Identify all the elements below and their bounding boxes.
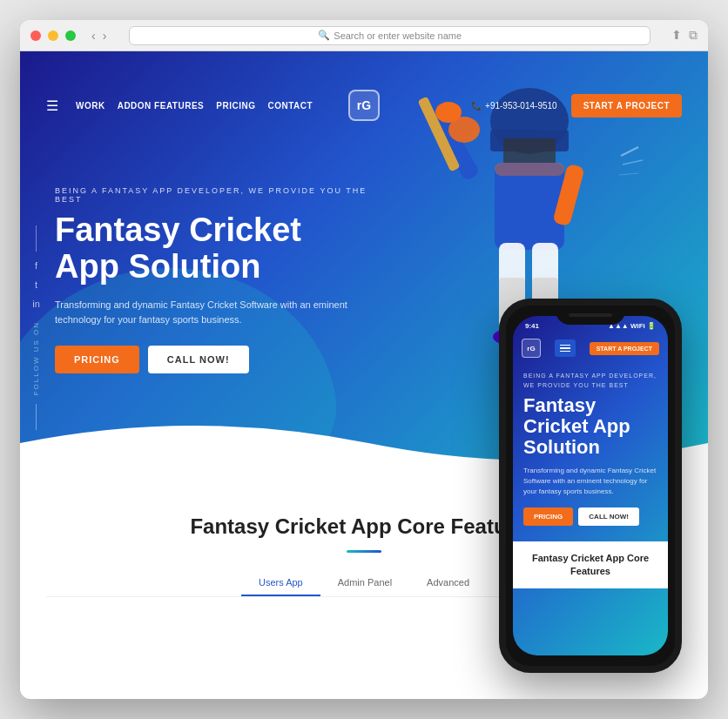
hero-subtitle: Transforming and dynamic Fantasy Cricket… xyxy=(55,298,368,328)
phone-bottom-section: Fantasy Cricket App Core Features xyxy=(513,541,668,589)
nav-pricing[interactable]: PRICING xyxy=(216,101,255,111)
phone-features-title: Fantasy Cricket App Core Features xyxy=(522,552,659,579)
hero-content: BEING A FANTASY APP DEVELOPER, WE PROVID… xyxy=(55,186,368,373)
phone-mockup: 9:41 ▲▲▲ WiFi 🔋 rG START A PROJECT BEING… xyxy=(499,299,682,673)
phone-call-button[interactable]: CALL NOW! xyxy=(578,507,639,526)
duplicate-icon[interactable]: ⧉ xyxy=(689,28,698,43)
social-sidebar: f t in FOLLOW US ON xyxy=(32,225,40,430)
svg-rect-15 xyxy=(495,163,564,176)
back-button[interactable]: ‹ xyxy=(90,29,98,43)
tab-users-app[interactable]: Users App xyxy=(241,570,320,596)
twitter-icon[interactable]: t xyxy=(35,279,37,290)
linkedin-icon[interactable]: in xyxy=(32,299,40,309)
phone-tagline: BEING A FANTASY APP DEVELOPER, WE PROVID… xyxy=(523,372,657,390)
phone-number: 📞 +91-953-014-9510 xyxy=(471,101,557,111)
social-line-top xyxy=(36,225,37,252)
tab-advanced[interactable]: Advanced xyxy=(409,570,487,596)
share-icon[interactable]: ⬆ xyxy=(671,28,682,43)
phone-icon: 📞 xyxy=(471,101,482,111)
search-icon: 🔍 xyxy=(318,30,330,41)
phone-notch xyxy=(556,306,625,325)
tab-admin-panel[interactable]: Admin Panel xyxy=(320,570,409,596)
call-now-button[interactable]: CALL NOW! xyxy=(148,346,249,373)
address-text: Search or enter website name xyxy=(334,30,462,41)
phone-nav-bar: rG START A PROJECT xyxy=(513,335,668,361)
forward-button[interactable]: › xyxy=(101,29,109,43)
hero-title: Fantasy Cricket App Solution xyxy=(55,212,368,286)
mac-browser-window: ‹ › 🔍 Search or enter website name ⬆ ⧉ ☰… xyxy=(20,20,708,699)
site-logo[interactable]: rG xyxy=(348,90,380,121)
dot-green[interactable] xyxy=(65,30,76,41)
phone-pricing-button[interactable]: PRICING xyxy=(523,507,573,526)
phone-screen: 9:41 ▲▲▲ WiFi 🔋 rG START A PROJECT BEING… xyxy=(513,316,668,655)
svg-rect-2 xyxy=(503,138,556,165)
phone-title: Fantasy Cricket App Solution xyxy=(523,395,657,459)
phone-time: 9:41 xyxy=(525,322,539,330)
phone-buttons: PRICING CALL NOW! xyxy=(523,507,657,526)
phone-start-button[interactable]: START A PROJECT xyxy=(590,342,659,355)
hero-tagline: BEING A FANTASY APP DEVELOPER, WE PROVID… xyxy=(55,186,368,204)
address-bar[interactable]: 🔍 Search or enter website name xyxy=(129,26,650,45)
site-navigation: ☰ WORK ADDON FEATURES PRICING CONTACT rG… xyxy=(20,83,708,128)
phone-device: 9:41 ▲▲▲ WiFi 🔋 rG START A PROJECT BEING… xyxy=(499,299,682,673)
start-project-button[interactable]: START A PROJECT xyxy=(571,94,682,118)
svg-line-16 xyxy=(621,147,638,156)
dot-red[interactable] xyxy=(30,30,41,41)
features-underline xyxy=(347,550,381,553)
dot-yellow[interactable] xyxy=(48,30,58,41)
phone-subtitle: Transforming and dynamic Fantasy Cricket… xyxy=(523,466,657,497)
svg-line-18 xyxy=(619,173,638,175)
nav-contact[interactable]: CONTACT xyxy=(267,101,313,111)
phone-logo: rG xyxy=(522,339,541,358)
nav-addon[interactable]: ADDON FEATURES xyxy=(118,101,205,111)
title-bar: ‹ › 🔍 Search or enter website name ⬆ ⧉ xyxy=(20,20,708,51)
pricing-button[interactable]: PRICING xyxy=(55,346,139,373)
svg-line-17 xyxy=(623,160,643,165)
hero-buttons: PRICING CALL NOW! xyxy=(55,346,368,373)
nav-links: WORK ADDON FEATURES PRICING CONTACT xyxy=(76,101,313,111)
nav-center: rG xyxy=(348,90,380,121)
nav-left: ☰ WORK ADDON FEATURES PRICING CONTACT xyxy=(46,97,313,114)
nav-right: 📞 +91-953-014-9510 START A PROJECT xyxy=(471,94,682,118)
phone-content: BEING A FANTASY APP DEVELOPER, WE PROVID… xyxy=(513,366,668,541)
follow-us-label: FOLLOW US ON xyxy=(32,321,40,395)
hamburger-icon[interactable]: ☰ xyxy=(46,97,58,114)
phone-hamburger[interactable] xyxy=(555,339,576,358)
phone-notch-bar xyxy=(569,313,612,317)
nav-work[interactable]: WORK xyxy=(76,101,105,111)
facebook-icon[interactable]: f xyxy=(35,260,37,271)
